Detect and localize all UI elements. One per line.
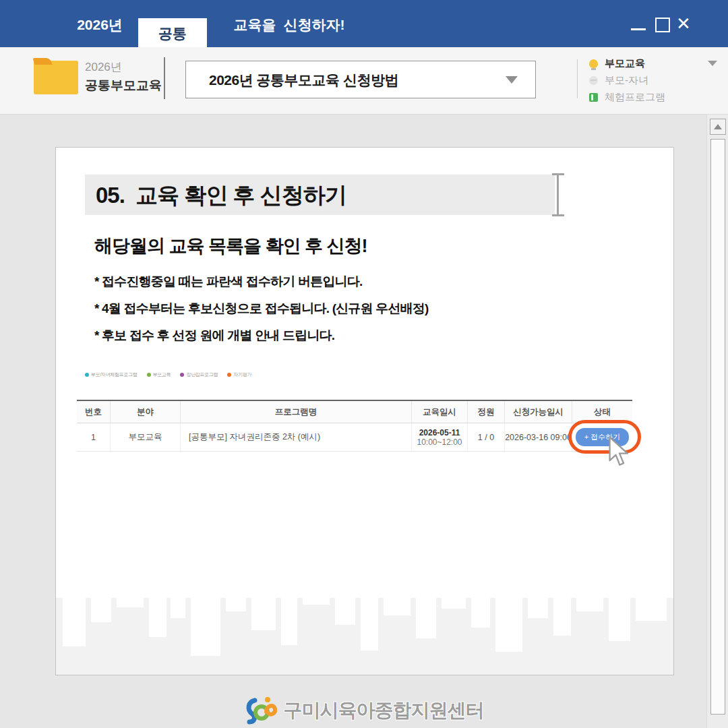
menu-item-label: 부모-자녀 (605, 74, 648, 87)
close-icon[interactable]: ✕ (674, 13, 693, 34)
titlebar: 2026년 공통 교육을 신청하자! ✕ (0, 0, 728, 47)
titlebar-tab-common-label: 공통 (158, 26, 187, 41)
titlebar-tab-apply[interactable]: 신청하자! (280, 0, 348, 47)
experience-icon (589, 93, 598, 102)
method-dropdown-value: 2026년 공통부모교육 신청방법 (209, 61, 398, 98)
headline: 해당월의 교육 목록을 확인 후 신청! (94, 234, 367, 258)
column-header: 정원 (468, 401, 505, 423)
note-line: * 접수진행중일 때는 파란색 접수하기 버튼입니다. (94, 273, 362, 291)
column-header: 번호 (77, 401, 111, 423)
maximize-icon[interactable] (655, 18, 670, 32)
titlebar-tab-education[interactable]: 교육을 (229, 0, 280, 47)
folder-year-label: 2026년 (85, 59, 122, 75)
titlebar-tab-2026[interactable]: 2026년 (73, 0, 127, 47)
cell-apply-from: 2026-03-16 09:00 (505, 423, 572, 452)
program-table: 번호 분야 프로그램명 교육일시 정원 신청가능일시 상태 1 부모교육 [공통… (77, 400, 632, 452)
titlebar-tab-common-active[interactable]: 공통 (138, 18, 207, 47)
cell-category: 부모교육 (111, 423, 181, 452)
legend-dot-icon (180, 373, 184, 377)
step-title: 05. 교육 확인 후 신청하기 (96, 175, 346, 216)
folder-name-label: 공통부모교육 (85, 77, 162, 94)
folder-icon (34, 61, 78, 94)
legend-label: 부모교육 (153, 371, 171, 378)
legend-label: 부모/자녀체험프로그램 (91, 371, 138, 378)
legend-label: 자기평가 (233, 371, 251, 378)
category-legend: 부모/자녀체험프로그램 부모교육 장난감프로그램 자기평가 (85, 371, 251, 378)
column-header: 분야 (111, 401, 181, 423)
method-dropdown[interactable]: 2026년 공통부모교육 신청방법 (185, 61, 536, 98)
lightbulb-icon (589, 59, 598, 68)
center-logo-text: 구미시육아종합지원센터 (284, 698, 484, 723)
cell-no: 1 (77, 423, 111, 452)
legend-dot-icon (147, 373, 151, 377)
column-header: 프로그램명 (181, 401, 412, 423)
menu-item-parent-education[interactable]: 부모교육 (589, 55, 717, 71)
step-title-band: 05. 교육 확인 후 신청하기 (85, 175, 555, 215)
cell-datetime: 2026-05-11 10:00~12:00 (412, 423, 468, 452)
cell-date: 2026-05-11 (412, 428, 467, 437)
menu-item-parent-child[interactable]: 부모-자녀 (589, 72, 717, 88)
legend-item: 부모교육 (147, 371, 171, 378)
menu-item-label: 체험프로그램 (605, 91, 665, 104)
legend-item: 자기평가 (227, 371, 251, 378)
legend-item: 부모/자녀체험프로그램 (85, 371, 138, 378)
note-line: * 4월 접수부터는 후보신청으로 접수됩니다. (신규원 우선배정) (94, 300, 429, 317)
minimize-icon[interactable] (631, 28, 646, 30)
center-logo-icon (245, 696, 277, 725)
legend-item: 장난감프로그램 (180, 371, 218, 378)
mouse-cursor-icon (607, 436, 634, 467)
legend-dot-icon (227, 373, 231, 377)
note-line: * 후보 접수 후 선정 원에 개별 안내 드립니다. (94, 327, 334, 344)
dash-icon (589, 76, 598, 85)
column-header: 교육일시 (412, 401, 468, 423)
slide-card: 05. 교육 확인 후 신청하기 해당월의 교육 목록을 확인 후 신청! * … (55, 147, 674, 675)
skyline-graphic (56, 593, 673, 675)
cell-capacity: 1 / 0 (468, 423, 505, 452)
category-menu: 부모교육 부모-자녀 체험프로그램 (589, 55, 717, 106)
menu-item-label: 부모교육 (605, 57, 645, 70)
header-divider (164, 57, 165, 99)
table-header-row: 번호 분야 프로그램명 교육일시 정원 신청가능일시 상태 (77, 401, 632, 423)
cell-program: [공통부모] 자녀권리존중 2차 (예시) (181, 423, 412, 452)
scrollbar-up-icon[interactable] (710, 119, 726, 135)
legend-label: 장난감프로그램 (186, 371, 218, 378)
chevron-down-icon (708, 61, 717, 66)
menu-item-experience[interactable]: 체험프로그램 (589, 89, 717, 105)
table-row: 1 부모교육 [공통부모] 자녀권리존중 2차 (예시) 2026-05-11 … (77, 423, 632, 452)
header: 2026년 공통부모교육 2026년 공통부모교육 신청방법 부모교육 부모-자… (0, 47, 728, 115)
scrollbar-thumb[interactable] (710, 139, 725, 715)
text-cursor-icon (552, 173, 564, 216)
chevron-down-icon (506, 76, 518, 84)
cell-time: 10:00~12:00 (412, 437, 467, 447)
header-divider-2 (577, 59, 578, 98)
footer: 구미시육아종합지원센터 (0, 693, 728, 728)
column-header: 신청가능일시 (505, 401, 572, 423)
legend-dot-icon (85, 373, 89, 377)
